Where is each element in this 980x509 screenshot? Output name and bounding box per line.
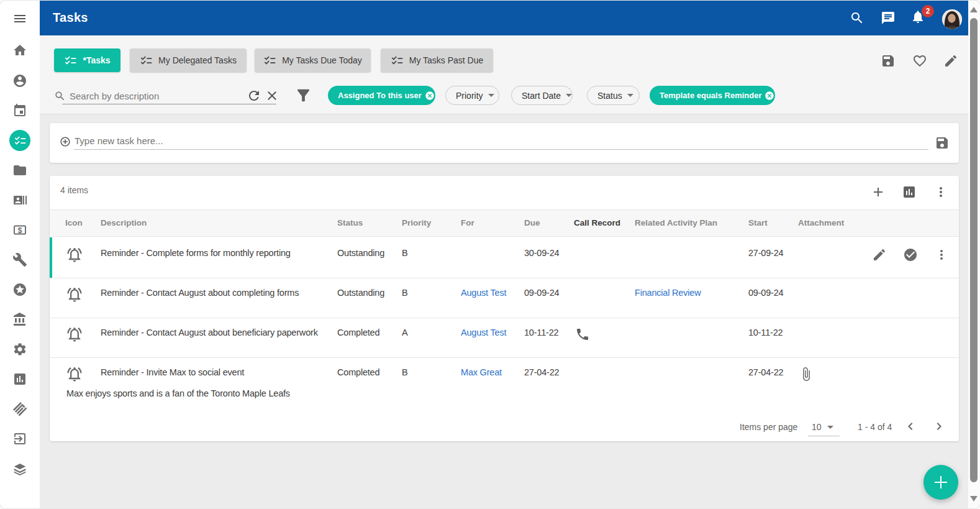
svg-text:$: $ <box>18 226 22 235</box>
